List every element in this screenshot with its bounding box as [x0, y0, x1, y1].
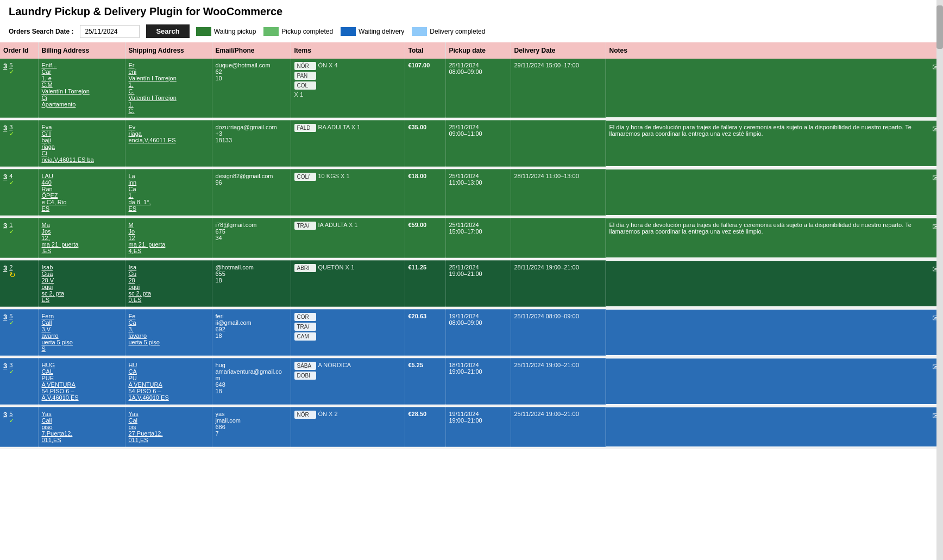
scrollbar-track[interactable] [936, 0, 943, 450]
order-number[interactable]: 3 [3, 173, 7, 181]
billing-detail[interactable]: ES [42, 205, 122, 212]
shipping-detail[interactable]: ES [129, 205, 209, 212]
shipping-link[interactable]: La [129, 173, 209, 179]
shipping-detail[interactable]: 27,Puerta12, [129, 430, 209, 437]
billing-link[interactable]: Eva [42, 124, 122, 130]
sub-order-number[interactable]: 5 [9, 411, 14, 417]
billing-detail[interactable]: uerta 5 piso [42, 339, 122, 345]
shipping-link[interactable]: Ca [129, 186, 209, 192]
shipping-detail[interactable]: C. [129, 108, 209, 114]
billing-detail[interactable]: ÓPEZ [42, 192, 122, 199]
shipping-detail[interactable]: oqui [129, 284, 209, 290]
search-button[interactable]: Search [146, 24, 189, 38]
shipping-detail[interactable]: ma 21, puerta [129, 241, 209, 248]
billing-link[interactable]: Fern [42, 313, 122, 319]
shipping-link[interactable]: 3, [129, 326, 209, 332]
order-number[interactable]: 3 [3, 62, 7, 70]
shipping-link[interactable]: Jo [129, 228, 209, 235]
order-number[interactable]: 3 [3, 411, 7, 419]
shipping-detail[interactable]: 1A,V,46010,ES [129, 394, 209, 401]
billing-link[interactable]: 12, [42, 235, 122, 241]
shipping-link[interactable]: C. [129, 88, 209, 95]
shipping-link[interactable]: riaga [129, 130, 209, 137]
shipping-link[interactable]: Er [129, 62, 209, 68]
billing-detail[interactable]: Apartamento [42, 101, 122, 108]
shipping-detail[interactable]: 0,ES [129, 297, 209, 303]
shipping-link[interactable]: M [129, 222, 209, 228]
billing-detail[interactable]: Ci [42, 150, 122, 156]
shipping-detail[interactable]: 011,ES [129, 437, 209, 443]
billing-link[interactable]: C.M [42, 81, 122, 88]
billing-link[interactable]: Ma [42, 222, 122, 228]
shipping-link[interactable]: HU [129, 362, 209, 368]
sub-order-number[interactable]: 4 [9, 173, 14, 179]
billing-detail[interactable]: e C4, Rio [42, 199, 122, 205]
billing-link[interactable]: C/ I [42, 130, 122, 137]
billing-link[interactable]: baji [42, 137, 122, 143]
shipping-link[interactable]: Yas [129, 411, 209, 417]
shipping-link[interactable]: 28 [129, 277, 209, 284]
shipping-detail[interactable]: 1, [129, 101, 209, 108]
shipping-link[interactable]: CA [129, 368, 209, 375]
shipping-link[interactable]: Isa [129, 264, 209, 270]
date-input[interactable] [80, 25, 140, 38]
billing-link[interactable]: LAU [42, 173, 122, 179]
billing-link[interactable]: piso [42, 424, 122, 430]
scrollbar-thumb[interactable] [936, 5, 943, 49]
billing-detail[interactable]: A VENTURA [42, 381, 122, 388]
sub-order-number[interactable]: 3 [9, 124, 14, 130]
billing-link[interactable]: Isab [42, 264, 122, 270]
billing-detail[interactable]: 54,PISO 6 – [42, 388, 122, 394]
shipping-link[interactable]: encia,V,46011,ES [129, 137, 209, 143]
shipping-link[interactable]: 12 [129, 235, 209, 241]
sub-order-number[interactable]: 1 [9, 222, 14, 228]
billing-link[interactable]: 440 [42, 179, 122, 186]
billing-detail[interactable]: A,V,46010,ES [42, 394, 122, 401]
shipping-link[interactable]: 1, [129, 192, 209, 199]
sub-order-number[interactable]: 2 [9, 264, 16, 270]
billing-link[interactable]: 28,V [42, 277, 122, 284]
shipping-link[interactable]: PU [129, 375, 209, 381]
billing-detail[interactable]: ma 21, puerta [42, 241, 122, 248]
billing-detail[interactable]: .ES [42, 248, 122, 254]
order-number[interactable]: 3 [3, 362, 7, 370]
billing-detail[interactable]: Valentín I Torrejon [42, 88, 122, 95]
shipping-detail[interactable]: 4,ES [129, 248, 209, 254]
order-number[interactable]: 3 [3, 124, 7, 132]
billing-link[interactable]: Jos [42, 228, 122, 235]
shipping-detail[interactable]: A VENTURA [129, 381, 209, 388]
shipping-detail[interactable]: uerta 5 piso [129, 339, 209, 345]
billing-link[interactable]: CAL [42, 368, 122, 375]
shipping-link[interactable]: Gu [129, 270, 209, 277]
billing-detail[interactable]: Ci [42, 95, 122, 101]
shipping-link[interactable]: 1, [129, 81, 209, 88]
shipping-link[interactable]: Cal [129, 417, 209, 424]
billing-detail[interactable]: avarro [42, 332, 122, 339]
shipping-detail[interactable]: lavarro [129, 332, 209, 339]
billing-detail[interactable]: 011,ES [42, 437, 122, 443]
shipping-detail[interactable]: sc 2, pta [129, 290, 209, 297]
order-number[interactable]: 3 [3, 313, 7, 321]
sub-order-number[interactable]: 5 [9, 313, 14, 319]
billing-link[interactable]: HUG [42, 362, 122, 368]
billing-link[interactable]: Gua [42, 270, 122, 277]
billing-detail[interactable]: ES [42, 297, 122, 303]
shipping-link[interactable]: eni [129, 68, 209, 75]
billing-detail[interactable]: oqui [42, 284, 122, 290]
billing-detail[interactable]: riaga [42, 143, 122, 150]
billing-link[interactable]: Enif... [42, 62, 122, 68]
sub-order-number[interactable]: 5 [9, 62, 14, 68]
billing-detail[interactable]: S [42, 345, 122, 352]
billing-link[interactable]: Call [42, 319, 122, 326]
sub-order-number[interactable]: 3 [9, 362, 14, 368]
shipping-detail[interactable]: 54,PISO 6 – [129, 388, 209, 394]
billing-link[interactable]: Ran [42, 186, 122, 192]
shipping-link[interactable]: Ca [129, 319, 209, 326]
shipping-link[interactable]: Ev [129, 124, 209, 130]
shipping-link[interactable]: Valentín I Torrejon [129, 75, 209, 81]
shipping-link[interactable]: inn [129, 179, 209, 186]
shipping-link[interactable]: Fe [129, 313, 209, 319]
billing-link[interactable]: Car [42, 68, 122, 75]
billing-link[interactable]: Call [42, 417, 122, 424]
order-number[interactable]: 3 [3, 264, 7, 272]
